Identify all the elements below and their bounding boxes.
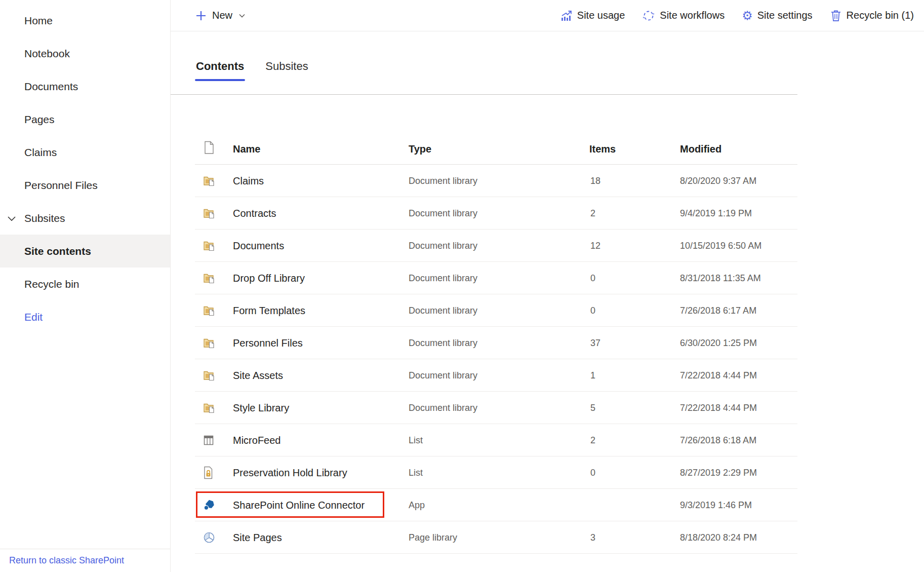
item-count: 1: [590, 370, 595, 380]
sidebar-item-label: Personnel Files: [24, 179, 98, 192]
item-type: Document library: [409, 240, 477, 251]
item-count: 12: [590, 240, 600, 251]
command-bar-actions: Site usageSite workflows⚙Site settingsRe…: [559, 9, 914, 22]
sidebar-footer: Return to classic SharePoint: [0, 549, 170, 572]
active-tab-underline: [264, 79, 309, 81]
item-name[interactable]: Style Library: [233, 402, 289, 413]
sidebar-item-personnel-files[interactable]: Personnel Files: [0, 169, 170, 202]
tab-contents[interactable]: Contents: [195, 60, 245, 94]
recycle-bin-1-button[interactable]: Recycle bin (1): [830, 9, 914, 22]
site-pages-icon: [203, 531, 216, 544]
document-library-icon: [203, 304, 216, 317]
item-type: Document library: [409, 402, 477, 413]
list-icon: [203, 434, 216, 447]
item-count: 5: [590, 402, 595, 413]
item-count: 2: [590, 435, 595, 445]
item-name[interactable]: Preservation Hold Library: [233, 467, 347, 478]
item-modified: 10/15/2019 6:50 AM: [680, 240, 761, 251]
table-row-form-templates[interactable]: Form TemplatesDocument library07/26/2018…: [195, 294, 797, 327]
item-name[interactable]: Site Pages: [233, 531, 282, 543]
document-library-icon: [203, 369, 216, 382]
contents-table: Name Type Items Modified ClaimsDocument …: [195, 95, 797, 554]
item-name[interactable]: Personnel Files: [233, 337, 303, 349]
command-bar: New Site usageSite workflows⚙Site settin…: [171, 0, 924, 31]
column-header-items[interactable]: Items: [589, 143, 616, 155]
gear-icon: ⚙: [742, 10, 753, 22]
new-button-label: New: [212, 10, 232, 21]
item-count: 37: [590, 337, 600, 348]
table-row-documents[interactable]: DocumentsDocument library1210/15/2019 6:…: [195, 230, 797, 262]
item-count: 0: [590, 305, 595, 316]
tab-label: Contents: [195, 60, 245, 73]
lock-document-icon: [203, 466, 216, 479]
table-row-site-pages[interactable]: Site PagesPage library38/18/2020 8:24 PM: [195, 521, 797, 554]
action-label: Site usage: [577, 10, 625, 21]
sidebar-item-subsites[interactable]: Subsites: [0, 202, 170, 235]
plus-icon: [195, 10, 207, 22]
item-type: Document library: [409, 370, 477, 380]
table-row-sharepoint-online-connector[interactable]: SharePoint Online ConnectorApp9/3/2019 1…: [195, 489, 797, 521]
item-type: Document library: [409, 175, 477, 186]
table-row-claims[interactable]: ClaimsDocument library188/20/2020 9:37 A…: [195, 165, 797, 197]
item-name[interactable]: Drop Off Library: [233, 272, 305, 284]
new-button[interactable]: New: [195, 10, 247, 22]
sidebar-item-documents[interactable]: Documents: [0, 70, 170, 103]
return-to-classic-link[interactable]: Return to classic SharePoint: [9, 555, 124, 566]
item-type: Page library: [409, 532, 457, 543]
sidebar-item-claims[interactable]: Claims: [0, 136, 170, 169]
item-modified: 7/26/2018 6:17 AM: [680, 305, 756, 316]
item-name[interactable]: Form Templates: [233, 304, 305, 316]
tab-subsites[interactable]: Subsites: [264, 60, 309, 94]
column-header-modified[interactable]: Modified: [680, 143, 721, 155]
tab-bar: ContentsSubsites: [171, 31, 797, 95]
sidebar-item-label: Site contents: [24, 245, 91, 257]
column-header-type[interactable]: Type: [409, 143, 431, 155]
sidebar-item-site-contents[interactable]: Site contents: [0, 235, 170, 268]
item-name[interactable]: SharePoint Online Connector: [233, 499, 365, 511]
sidebar-item-recycle-bin[interactable]: Recycle bin: [0, 268, 170, 300]
site-workflows-button[interactable]: Site workflows: [642, 9, 725, 22]
item-name[interactable]: MicroFeed: [233, 434, 280, 446]
item-type: List: [409, 467, 423, 478]
site-contents-page: HomeNotebookDocumentsPagesClaimsPersonne…: [0, 0, 924, 572]
sidebar-item-notebook[interactable]: Notebook: [0, 37, 170, 70]
item-name[interactable]: Documents: [233, 240, 284, 251]
item-name[interactable]: Site Assets: [233, 369, 283, 381]
table-row-contracts[interactable]: ContractsDocument library29/4/2019 1:19 …: [195, 197, 797, 230]
sidebar-item-label: Notebook: [24, 48, 70, 60]
active-tab-underline: [195, 79, 245, 81]
item-name[interactable]: Claims: [233, 175, 264, 186]
sidebar-item-edit[interactable]: Edit: [0, 300, 170, 333]
item-type: Document library: [409, 337, 477, 348]
sidebar: HomeNotebookDocumentsPagesClaimsPersonne…: [0, 0, 171, 572]
chevron-down-icon[interactable]: [6, 213, 17, 224]
item-modified: 8/20/2020 9:37 AM: [680, 175, 756, 186]
item-modified: 9/3/2019 1:46 PM: [680, 500, 752, 510]
sidebar-item-label: Documents: [24, 81, 78, 93]
sidebar-item-label: Recycle bin: [24, 278, 79, 290]
action-label: Site settings: [757, 10, 813, 21]
table-row-site-assets[interactable]: Site AssetsDocument library17/22/2018 4:…: [195, 359, 797, 392]
document-library-icon: [203, 174, 216, 187]
sidebar-item-home[interactable]: Home: [0, 4, 170, 37]
tab-label: Subsites: [264, 60, 309, 73]
chart-icon: [559, 9, 573, 22]
item-modified: 8/18/2020 8:24 PM: [680, 532, 757, 543]
column-header-name[interactable]: Name: [233, 143, 260, 155]
item-modified: 6/30/2020 1:25 PM: [680, 337, 757, 348]
sidebar-item-pages[interactable]: Pages: [0, 103, 170, 136]
item-count: 0: [590, 273, 595, 283]
table-row-preservation-hold-library[interactable]: Preservation Hold LibraryList08/27/2019 …: [195, 456, 797, 489]
table-row-style-library[interactable]: Style LibraryDocument library57/22/2018 …: [195, 392, 797, 424]
sidebar-item-label: Edit: [24, 311, 43, 323]
table-header-row: Name Type Items Modified: [195, 95, 797, 165]
sidebar-item-label: Subsites: [24, 212, 65, 224]
site-usage-button[interactable]: Site usage: [559, 9, 625, 22]
table-row-microfeed[interactable]: MicroFeedList27/26/2018 6:18 AM: [195, 424, 797, 456]
document-library-icon: [203, 207, 216, 220]
action-label: Site workflows: [660, 10, 725, 21]
item-name[interactable]: Contracts: [233, 207, 276, 219]
table-row-personnel-files[interactable]: Personnel FilesDocument library376/30/20…: [195, 327, 797, 359]
table-row-drop-off-library[interactable]: Drop Off LibraryDocument library08/31/20…: [195, 262, 797, 294]
site-settings-button[interactable]: ⚙Site settings: [742, 10, 812, 22]
